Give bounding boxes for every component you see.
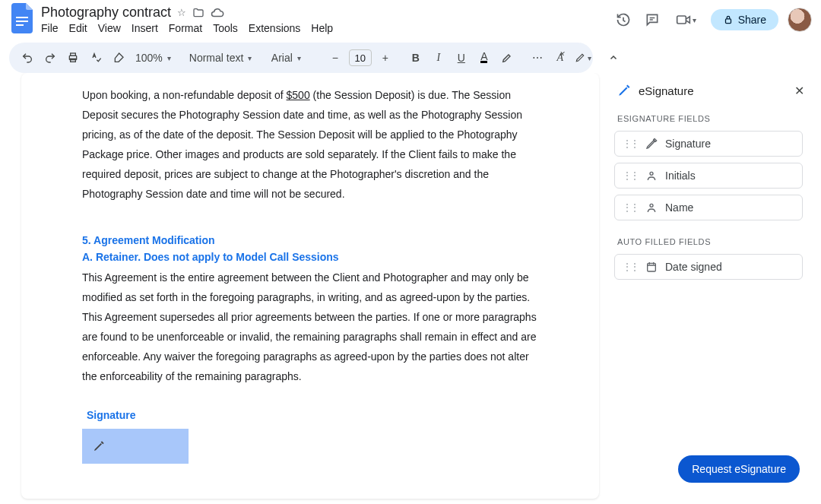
svg-rect-3	[677, 16, 686, 24]
document-canvas[interactable]: Upon booking, a non-refundable deposit o…	[0, 73, 601, 504]
esignature-panel: eSignature ✕ ESIGNATURE FIELDS ⋮⋮ Signat…	[604, 73, 813, 495]
undo-button[interactable]	[17, 47, 38, 68]
request-esignature-button[interactable]: Request eSignature	[678, 455, 800, 483]
section-5-heading[interactable]: 5. Agreement Modification	[82, 234, 538, 246]
collapse-toolbar-button[interactable]	[603, 47, 624, 68]
share-button[interactable]: Share	[711, 9, 778, 30]
drag-handle-icon: ⋮⋮	[623, 202, 638, 213]
menu-tools[interactable]: Tools	[213, 22, 238, 34]
pen-icon	[645, 138, 658, 150]
svg-rect-2	[16, 24, 24, 26]
svg-rect-4	[725, 19, 731, 24]
field-label: Signature	[665, 138, 711, 150]
drag-handle-icon: ⋮⋮	[623, 170, 638, 181]
menu-insert[interactable]: Insert	[132, 22, 158, 34]
font-size-decrease[interactable]: −	[325, 47, 346, 68]
panel-title: eSignature	[639, 84, 694, 97]
meet-icon[interactable]: ▾	[671, 10, 702, 30]
field-signature[interactable]: ⋮⋮ Signature	[614, 131, 803, 157]
svg-point-8	[650, 172, 653, 175]
title-area: Photography contract ☆ File Edit View In…	[41, 5, 613, 34]
underline-button[interactable]: U	[451, 47, 472, 68]
redo-button[interactable]	[40, 47, 61, 68]
menu-help[interactable]: Help	[311, 22, 333, 34]
share-label: Share	[738, 14, 766, 26]
spellcheck-button[interactable]	[85, 47, 106, 68]
svg-rect-1	[16, 21, 28, 22]
move-icon[interactable]	[192, 7, 204, 19]
paragraph-deposit[interactable]: Upon booking, a non-refundable deposit o…	[82, 85, 538, 204]
avatar[interactable]	[788, 8, 812, 32]
menu-format[interactable]: Format	[169, 22, 202, 34]
menu-view[interactable]: View	[98, 22, 121, 34]
svg-rect-6	[71, 53, 76, 55]
app-header: Photography contract ☆ File Edit View In…	[0, 0, 821, 36]
bold-button[interactable]: B	[405, 47, 426, 68]
signature-field[interactable]	[82, 429, 189, 464]
field-label: Initials	[665, 170, 696, 182]
person-icon	[645, 170, 658, 182]
zoom-select[interactable]: 100%▾	[131, 47, 176, 68]
menu-edit[interactable]: Edit	[69, 22, 87, 34]
font-size-input[interactable]: 10	[349, 49, 372, 66]
docs-logo[interactable]	[9, 5, 36, 32]
font-select[interactable]: Arial▾	[267, 47, 315, 68]
star-icon[interactable]: ☆	[177, 7, 186, 18]
print-button[interactable]	[62, 47, 84, 68]
svg-rect-0	[16, 17, 28, 18]
clear-formatting-button[interactable]: A✕	[550, 47, 571, 68]
pen-icon	[93, 440, 105, 452]
autofilled-fields-label: AUTO FILLED FIELDS	[604, 231, 813, 251]
toolbar: 100%▾ Normal text▾ Arial▾ − 10 + B I U A…	[9, 43, 593, 73]
svg-rect-10	[648, 263, 656, 271]
doc-title[interactable]: Photography contract	[41, 5, 171, 21]
field-name[interactable]: ⋮⋮ Name	[614, 195, 803, 220]
section-5a-heading[interactable]: A. Retainer. Does not apply to Model Cal…	[82, 251, 538, 263]
close-panel-button[interactable]: ✕	[794, 84, 804, 98]
field-initials[interactable]: ⋮⋮ Initials	[614, 163, 803, 189]
menu-file[interactable]: File	[41, 22, 59, 34]
header-right: ▾ Share	[613, 5, 812, 32]
drag-handle-icon: ⋮⋮	[623, 262, 638, 272]
more-button[interactable]: ⋯	[527, 47, 548, 68]
highlight-button[interactable]	[496, 47, 518, 68]
history-icon[interactable]	[613, 10, 633, 30]
menu-bar: File Edit View Insert Format Tools Exten…	[41, 22, 613, 34]
document-page[interactable]: Upon booking, a non-refundable deposit o…	[21, 73, 599, 499]
italic-button[interactable]: I	[428, 47, 449, 68]
field-label: Name	[665, 201, 693, 214]
paragraph-style-select[interactable]: Normal text▾	[185, 47, 258, 68]
svg-point-9	[650, 204, 653, 207]
field-date-signed[interactable]: ⋮⋮ Date signed	[614, 254, 803, 280]
text-color-button[interactable]: A	[474, 47, 495, 68]
paint-format-button[interactable]	[108, 47, 129, 68]
svg-rect-7	[71, 59, 76, 62]
person-icon	[645, 201, 658, 214]
comments-icon[interactable]	[642, 10, 662, 30]
drag-handle-icon: ⋮⋮	[623, 138, 638, 149]
font-size-increase[interactable]: +	[375, 47, 396, 68]
esignature-fields-label: ESIGNATURE FIELDS	[604, 108, 813, 128]
signature-label[interactable]: Signature	[87, 409, 538, 421]
editing-mode-button[interactable]: ▾	[572, 47, 594, 68]
paragraph-agreement[interactable]: This Agreement is the entire agreement b…	[82, 268, 538, 386]
cloud-status-icon[interactable]	[211, 8, 224, 18]
calendar-icon	[645, 261, 658, 273]
field-label: Date signed	[665, 261, 722, 273]
menu-extensions[interactable]: Extensions	[249, 22, 300, 34]
pen-icon	[617, 84, 631, 97]
